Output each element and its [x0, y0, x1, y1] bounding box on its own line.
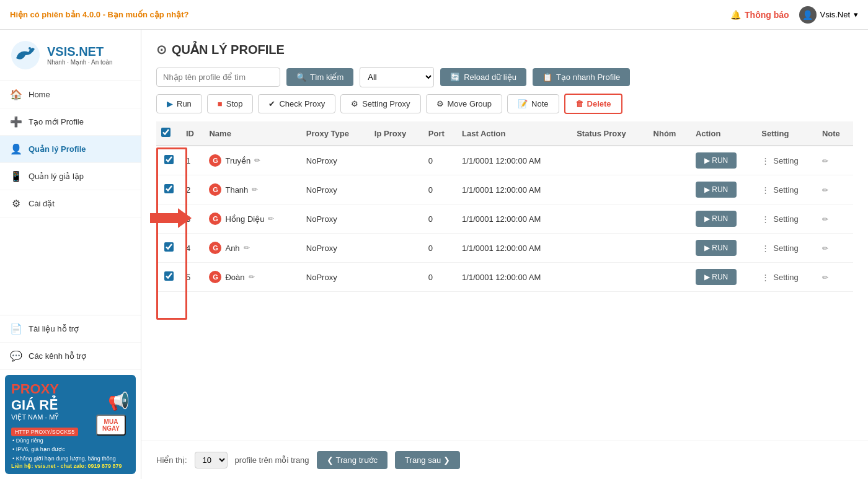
row-nhom — [649, 204, 691, 234]
run-table-button[interactable]: ▶ RUN — [696, 269, 737, 285]
note-edit-icon[interactable]: ✏ — [822, 244, 828, 253]
ad-bullets: • Dùng riêng • IPV6, giá hạn được • Khôn… — [11, 436, 130, 463]
edit-icon[interactable]: ✏ — [254, 156, 260, 165]
row-status-proxy — [572, 146, 648, 175]
dots-menu-icon[interactable]: ⋮ — [761, 273, 769, 282]
row-note: ✏ — [817, 146, 853, 175]
run-table-button[interactable]: ▶ RUN — [696, 152, 737, 169]
row-id: 1 — [181, 146, 204, 175]
row-setting: ⋮ Setting — [756, 175, 817, 204]
table-header: ID Name Proxy Type Ip Proxy Port Last Ac… — [156, 121, 853, 146]
run-button[interactable]: ▶ Run — [156, 94, 202, 113]
row-name: G Anh ✏ — [204, 234, 301, 263]
sidebar-ad[interactable]: PROXY GIÁ RẺ VIỆT NAM - MỸ 📢 MUA NGAY — [5, 375, 136, 474]
reload-button[interactable]: 🔄 Reload dữ liệu — [440, 68, 526, 86]
setting-label[interactable]: Setting — [773, 156, 798, 165]
row-proxy-type: NoProxy — [301, 234, 370, 263]
toolbar-row1: 🔍 Tìm kiếm All 🔄 Reload dữ liệu 📋 Tạo nh… — [156, 67, 853, 87]
note-button[interactable]: 📝 Note — [507, 94, 559, 113]
row-last-action: 1/1/0001 12:00:00 AM — [457, 175, 572, 204]
note-edit-icon[interactable]: ✏ — [822, 186, 828, 195]
check-proxy-button[interactable]: ✔ Check Proxy — [258, 94, 335, 113]
row-nhom — [649, 263, 691, 292]
ad-buy-button[interactable]: MUA NGAY — [96, 415, 126, 436]
ad-content: PROXY GIÁ RẺ VIỆT NAM - MỸ 📢 MUA NGAY — [5, 375, 136, 474]
setting-label[interactable]: Setting — [773, 185, 798, 195]
sidebar-item-settings[interactable]: ⚙ Cài đặt — [0, 190, 141, 218]
dots-menu-icon[interactable]: ⋮ — [761, 214, 769, 224]
setting-proxy-button[interactable]: ⚙ Setting Proxy — [340, 94, 420, 113]
row-checkbox-cell — [156, 175, 181, 204]
setting-icon: ⚙ — [351, 99, 358, 108]
search-input[interactable] — [156, 68, 280, 87]
sidebar-item-home[interactable]: 🏠 Home — [0, 81, 141, 108]
next-page-button[interactable]: Trang sau ❯ — [395, 451, 460, 469]
row-checkbox-cell — [156, 263, 181, 292]
dots-menu-icon[interactable]: ⋮ — [761, 185, 769, 195]
docs-icon: 📄 — [10, 323, 22, 335]
update-message[interactable]: Hiện có phiên bản 4.0.0 - Bạn muốn cập n… — [10, 10, 189, 19]
row-id: 4 — [181, 234, 204, 263]
search-button[interactable]: 🔍 Tìm kiếm — [286, 68, 353, 86]
select-all-checkbox[interactable] — [161, 128, 170, 137]
create-profile-button[interactable]: 📋 Tạo nhanh Profile — [533, 68, 630, 86]
prev-page-button[interactable]: ❮ Trang trước — [317, 451, 388, 469]
col-checkbox — [156, 121, 181, 146]
row-setting: ⋮ Setting — [756, 146, 817, 175]
row-checkbox[interactable] — [164, 242, 174, 252]
avatar: 👤 — [799, 6, 817, 24]
note-edit-icon[interactable]: ✏ — [822, 215, 828, 224]
check-icon: ✔ — [268, 99, 275, 108]
run-table-button[interactable]: ▶ RUN — [696, 182, 737, 198]
edit-icon[interactable]: ✏ — [252, 185, 258, 194]
row-checkbox[interactable] — [164, 184, 174, 193]
setting-label[interactable]: Setting — [773, 214, 798, 224]
row-ip-proxy — [370, 234, 423, 263]
row-checkbox[interactable] — [164, 271, 174, 281]
dots-menu-icon[interactable]: ⋮ — [761, 156, 769, 165]
logo-area: VSIS.NET Nhanh · Mạnh · An toàn — [0, 30, 141, 81]
edit-icon[interactable]: ✏ — [249, 273, 255, 281]
user-menu[interactable]: 👤 Vsis.Net ▾ — [799, 6, 858, 24]
move-group-button[interactable]: ⚙ Move Group — [426, 94, 503, 113]
page-title-icon: ⊙ — [156, 42, 167, 57]
edit-icon[interactable]: ✏ — [268, 214, 274, 223]
sidebar-item-label: Tài liệu hỗ trợ — [29, 324, 79, 333]
pagination-bar: Hiển thị: 10 25 50 profile trên mỗi tran… — [141, 441, 868, 479]
delete-button[interactable]: 🗑 Delete — [564, 94, 622, 114]
prev-icon: ❮ — [327, 455, 334, 465]
row-ip-proxy — [370, 204, 423, 234]
col-id: ID — [181, 121, 204, 146]
row-checkbox-cell — [156, 146, 181, 175]
sidebar-item-quan-ly-profile[interactable]: 👤 Quản lý Profile — [0, 136, 141, 163]
home-icon: 🏠 — [10, 89, 22, 100]
run-table-button[interactable]: ▶ RUN — [696, 240, 737, 256]
bell-icon: 🔔 — [730, 10, 741, 20]
setting-label[interactable]: Setting — [773, 273, 798, 282]
note-edit-icon[interactable]: ✏ — [822, 273, 828, 282]
per-page-select[interactable]: 10 25 50 — [195, 452, 228, 468]
sidebar-item-docs[interactable]: 📄 Tài liệu hỗ trợ — [0, 315, 141, 343]
row-checkbox[interactable] — [164, 155, 174, 164]
setting-label[interactable]: Setting — [773, 244, 798, 253]
row-last-action: 1/1/0001 12:00:00 AM — [457, 234, 572, 263]
run-table-button[interactable]: ▶ RUN — [696, 211, 737, 227]
sidebar-item-label: Quản lý giả lập — [29, 172, 84, 181]
filter-select[interactable]: All — [360, 67, 434, 87]
row-ip-proxy — [370, 146, 423, 175]
sidebar-item-create-profile[interactable]: ➕ Tạo mới Profile — [0, 108, 141, 136]
col-status-proxy: Status Proxy — [572, 121, 648, 146]
edit-icon[interactable]: ✏ — [244, 244, 250, 252]
row-port: 0 — [423, 263, 457, 292]
sidebar-item-support[interactable]: 💬 Các kênh hỗ trợ — [0, 343, 141, 370]
dots-menu-icon[interactable]: ⋮ — [761, 244, 769, 253]
profile-favicon: G — [209, 183, 221, 196]
table-body: 1 G Truyền ✏ NoProxy01/1/0001 12:00:00 A… — [156, 146, 853, 292]
note-edit-icon[interactable]: ✏ — [822, 157, 828, 165]
notification-bell[interactable]: 🔔 Thông báo — [730, 10, 789, 20]
table-row: 3 G Hồng Diệu ✏ NoProxy01/1/0001 12:00:0… — [156, 204, 853, 234]
stop-button[interactable]: ■ Stop — [207, 94, 254, 113]
row-setting: ⋮ Setting — [756, 204, 817, 234]
col-nhom: Nhóm — [649, 121, 691, 146]
sidebar-item-gia-lap[interactable]: 📱 Quản lý giả lập — [0, 163, 141, 190]
